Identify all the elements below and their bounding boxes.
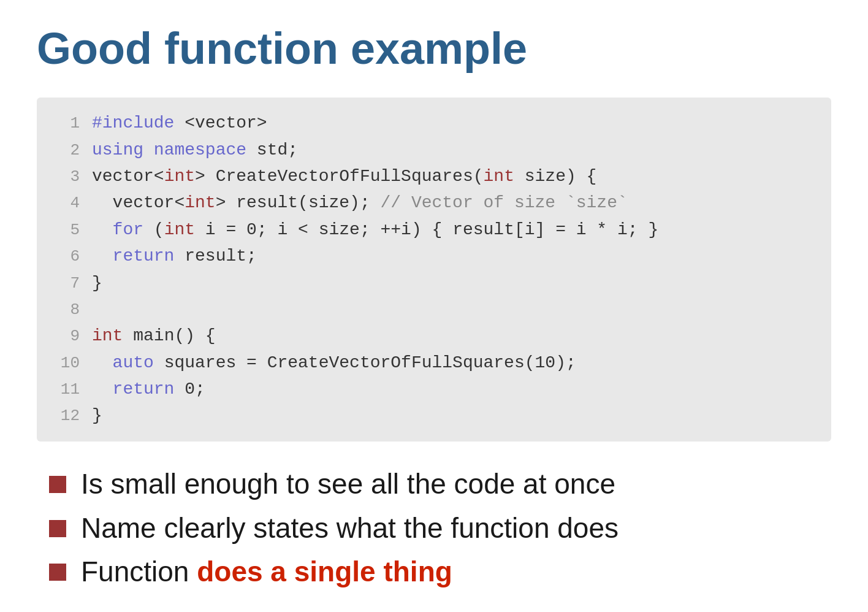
code-content-2: using namespace std; bbox=[92, 137, 298, 163]
code-content-9: int main() { bbox=[92, 323, 216, 349]
code-line-8: 8 bbox=[55, 296, 813, 323]
page-title: Good function example bbox=[37, 25, 831, 73]
code-line-12: 12 } bbox=[55, 402, 813, 429]
code-line-7: 7 } bbox=[55, 270, 813, 296]
code-content-7: } bbox=[92, 270, 102, 296]
bullet-text-3-before: Function bbox=[81, 556, 197, 587]
bullet-text-1: Is small enough to see all the code at o… bbox=[81, 466, 615, 503]
code-line-2: 2 using namespace std; bbox=[55, 137, 813, 163]
line-number-8: 8 bbox=[55, 297, 80, 322]
code-line-6: 6 return result; bbox=[55, 243, 813, 269]
bullet-text-3: Function does a single thing bbox=[81, 554, 452, 591]
bullet-text-2: Name clearly states what the function do… bbox=[81, 510, 619, 547]
line-number-11: 11 bbox=[55, 377, 80, 402]
code-line-5: 5 for (int i = 0; i < size; ++i) { resul… bbox=[55, 216, 813, 243]
code-content-6: return result; bbox=[92, 243, 257, 269]
bullet-square-1 bbox=[49, 476, 66, 493]
line-number-7: 7 bbox=[55, 271, 80, 296]
bullet-square-3 bbox=[49, 564, 66, 581]
code-content-10: auto squares = CreateVectorOfFullSquares… bbox=[92, 350, 576, 376]
code-line-1: 1 #include <vector> bbox=[55, 110, 813, 136]
line-number-9: 9 bbox=[55, 324, 80, 348]
code-line-9: 9 int main() { bbox=[55, 323, 813, 349]
bullet-list: Is small enough to see all the code at o… bbox=[37, 466, 831, 598]
bullet-item-2: Name clearly states what the function do… bbox=[49, 510, 831, 547]
line-number-6: 6 bbox=[55, 244, 80, 269]
code-content-5: for (int i = 0; i < size; ++i) { result[… bbox=[92, 216, 658, 243]
line-number-5: 5 bbox=[55, 218, 80, 242]
bullet-text-3-highlight: does a single thing bbox=[197, 556, 452, 587]
bullet-item-3: Function does a single thing bbox=[49, 554, 831, 591]
code-content-8 bbox=[92, 296, 102, 323]
line-number-3: 3 bbox=[55, 164, 80, 189]
code-content-4: vector<int> result(size); // Vector of s… bbox=[92, 189, 628, 216]
line-number-2: 2 bbox=[55, 138, 80, 163]
code-content-3: vector<int> CreateVectorOfFullSquares(in… bbox=[92, 163, 596, 189]
code-content-12: } bbox=[92, 402, 102, 429]
code-line-10: 10 auto squares = CreateVectorOfFullSqua… bbox=[55, 350, 813, 376]
page-container: Good function example 1 #include <vector… bbox=[0, 0, 868, 612]
code-content-1: #include <vector> bbox=[92, 110, 267, 136]
line-number-1: 1 bbox=[55, 111, 80, 136]
code-block: 1 #include <vector> 2 using namespace st… bbox=[37, 98, 831, 442]
line-number-12: 12 bbox=[55, 404, 80, 428]
line-number-4: 4 bbox=[55, 191, 80, 215]
bullet-item-1: Is small enough to see all the code at o… bbox=[49, 466, 831, 503]
code-line-4: 4 vector<int> result(size); // Vector of… bbox=[55, 189, 813, 216]
bullet-square-2 bbox=[49, 520, 66, 537]
line-number-10: 10 bbox=[55, 351, 80, 375]
code-content-11: return 0; bbox=[92, 376, 205, 402]
code-line-11: 11 return 0; bbox=[55, 376, 813, 402]
code-line-3: 3 vector<int> CreateVectorOfFullSquares(… bbox=[55, 163, 813, 189]
